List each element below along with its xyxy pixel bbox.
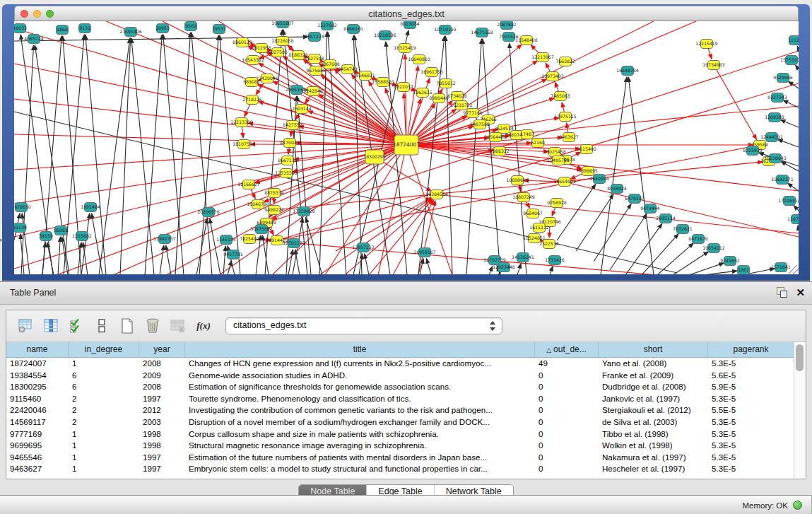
graph-node[interactable]: 19218596 bbox=[374, 31, 396, 40]
graph-node[interactable]: 18226058 bbox=[271, 37, 294, 46]
graph-node[interactable]: 6479197 bbox=[625, 194, 645, 204]
graph-node[interactable]: 19384554 bbox=[425, 190, 448, 199]
vertical-scrollbar[interactable] bbox=[794, 342, 806, 479]
graph-node[interactable]: 1145194 bbox=[216, 235, 236, 245]
network-canvas[interactable]: 1872400718300295886012889129551822605898… bbox=[14, 21, 799, 274]
graph-node[interactable]: 1615112 bbox=[529, 223, 549, 233]
graph-node[interactable]: 1733426 bbox=[545, 256, 565, 265]
graph-node[interactable]: 7857224 bbox=[305, 33, 324, 42]
table-row[interactable]: 1872400712008Changes of HCN gene express… bbox=[6, 358, 806, 370]
graph-node[interactable]: 9457791 bbox=[223, 250, 243, 259]
graph-node[interactable]: 17359928 bbox=[293, 207, 315, 216]
graph-node[interactable]: 9675685 bbox=[306, 66, 326, 76]
graph-node[interactable]: 17487 bbox=[520, 130, 534, 139]
column-header-name[interactable]: name bbox=[6, 342, 69, 357]
graph-node[interactable]: 1891484 bbox=[81, 203, 100, 212]
graph-node[interactable]: 9474444 bbox=[640, 204, 660, 214]
new-document-button[interactable] bbox=[117, 315, 138, 337]
graph-node[interactable]: 16640910 bbox=[408, 55, 430, 64]
table-row[interactable]: 1938455462009Genome-wide association stu… bbox=[6, 370, 806, 382]
graph-node[interactable]: 29537 bbox=[212, 25, 226, 34]
graph-node[interactable]: 39159 bbox=[39, 232, 53, 241]
graph-node[interactable]: 16033 bbox=[14, 24, 27, 33]
graph-node[interactable]: 16961758 bbox=[420, 68, 443, 77]
table-row[interactable]: 911546021997Tourette syndrome. Phenomeno… bbox=[6, 393, 806, 405]
graph-node[interactable]: 8466160 bbox=[343, 25, 363, 34]
graph-node[interactable]: 8860128 bbox=[233, 38, 252, 47]
graph-node[interactable]: 14671358 bbox=[471, 28, 493, 37]
graph-node[interactable]: 8990448 bbox=[429, 94, 449, 103]
graph-node[interactable]: 17975115 bbox=[554, 112, 577, 122]
graph-node[interactable]: 8170044 bbox=[280, 139, 300, 148]
graph-node[interactable]: 9245652 bbox=[720, 257, 740, 266]
graph-node[interactable]: 9529966 bbox=[773, 74, 793, 83]
graph-node[interactable]: 18107554 bbox=[233, 140, 255, 149]
graph-node[interactable]: 12923448 bbox=[493, 263, 515, 272]
graph-node[interactable]: 16958167 bbox=[413, 248, 436, 257]
graph-node[interactable]: 33139 bbox=[14, 223, 27, 233]
function-builder-button[interactable]: f(x) bbox=[193, 315, 214, 337]
table-row[interactable]: 946554611997Estimation of the future num… bbox=[6, 452, 806, 464]
graph-node[interactable]: 6734028 bbox=[447, 92, 467, 101]
table-select-combobox[interactable]: citations_edges.txt bbox=[225, 317, 502, 334]
graph-node[interactable]: 10719193 bbox=[434, 25, 457, 35]
table-row[interactable]: 969969511998Structural magnetic resonanc… bbox=[6, 440, 806, 452]
graph-node[interactable]: 19734983 bbox=[702, 61, 725, 70]
graph-node[interactable]: 12213389 bbox=[230, 118, 253, 127]
graph-node[interactable]: 10653287 bbox=[271, 21, 294, 28]
table-row[interactable]: 2242004622012Investigating the contribut… bbox=[6, 404, 806, 416]
graph-node[interactable]: 15692371 bbox=[771, 175, 794, 185]
graph-node[interactable]: 9684067 bbox=[523, 209, 543, 218]
graph-node[interactable]: 2935114 bbox=[656, 214, 676, 223]
graph-node[interactable]: 18325419 bbox=[394, 44, 416, 53]
graph-node[interactable]: 1640954 bbox=[589, 175, 609, 184]
graph-node[interactable]: 18300295 bbox=[363, 150, 386, 164]
table-row[interactable]: 1456911722003Disruption of a novel membe… bbox=[6, 416, 806, 428]
delete-button[interactable] bbox=[142, 315, 163, 337]
graph-node[interactable]: 15751074 bbox=[780, 56, 799, 65]
graph-node[interactable]: 7485063 bbox=[551, 92, 570, 101]
column-header-pagerank[interactable]: pagerank bbox=[708, 342, 794, 357]
network-window-titlebar[interactable]: citations_edges.txt bbox=[14, 6, 799, 21]
graph-node[interactable]: 12535593 bbox=[275, 169, 298, 178]
scrollbar-thumb[interactable] bbox=[796, 344, 804, 371]
graph-node[interactable]: 16648784 bbox=[616, 66, 639, 76]
graph-node[interactable]: 2522534 bbox=[539, 240, 559, 249]
graph-node[interactable]: 7663822 bbox=[555, 57, 575, 66]
graph-node[interactable]: 7625402 bbox=[240, 235, 259, 244]
graph-node[interactable]: 10973493 bbox=[541, 72, 564, 81]
graph-node[interactable]: 12215419 bbox=[695, 40, 718, 49]
graph-node[interactable]: 1571641 bbox=[771, 263, 791, 272]
close-panel-icon[interactable]: ✕ bbox=[796, 287, 805, 298]
graph-node[interactable]: 18724007 bbox=[393, 135, 420, 155]
graph-node[interactable]: 7632621 bbox=[673, 225, 693, 234]
graph-node[interactable]: 8215933 bbox=[743, 146, 763, 156]
graph-node[interactable]: 1868 bbox=[57, 25, 69, 35]
graph-node[interactable]: 10688609 bbox=[506, 176, 529, 185]
select-columns-button[interactable] bbox=[40, 315, 61, 337]
table-row[interactable]: 977716911998Corpus callosum shape and si… bbox=[6, 428, 806, 440]
graph-node[interactable]: 4055724 bbox=[24, 35, 44, 44]
graph-node[interactable]: 18807249 bbox=[512, 193, 535, 202]
graph-node[interactable]: 1167533 bbox=[787, 215, 799, 224]
graph-node[interactable]: 14136141 bbox=[512, 253, 534, 262]
float-panel-icon[interactable] bbox=[777, 287, 787, 298]
graph-node[interactable]: 62160 bbox=[531, 139, 545, 148]
graph-node[interactable]: 8813054 bbox=[400, 21, 420, 29]
graph-node[interactable]: 1527602 bbox=[317, 21, 337, 30]
merge-rows-button[interactable] bbox=[91, 315, 112, 337]
graph-node[interactable]: 8938924 bbox=[607, 185, 627, 194]
graph-node[interactable]: 6497568 bbox=[470, 120, 490, 129]
graph-node[interactable]: 17016514 bbox=[778, 197, 799, 206]
graph-node[interactable]: 30975887 bbox=[250, 225, 273, 234]
graph-node[interactable]: 1861 bbox=[738, 266, 750, 275]
graph-node[interactable]: 12942737 bbox=[153, 235, 176, 244]
table-row[interactable]: 1830029562008Estimation of significance … bbox=[6, 381, 806, 393]
column-header-in-degree[interactable]: in_degree bbox=[69, 342, 139, 357]
graph-node[interactable]: 15166827 bbox=[237, 180, 260, 189]
column-header-out-de-[interactable]: △out_de... bbox=[535, 342, 599, 357]
column-header-title[interactable]: title bbox=[185, 342, 535, 357]
checkbox-list-button[interactable] bbox=[66, 315, 87, 337]
graph-node[interactable]: 20953 bbox=[155, 24, 170, 33]
table-row[interactable]: 946362711997Embryonic stem cells: a mode… bbox=[6, 463, 806, 475]
